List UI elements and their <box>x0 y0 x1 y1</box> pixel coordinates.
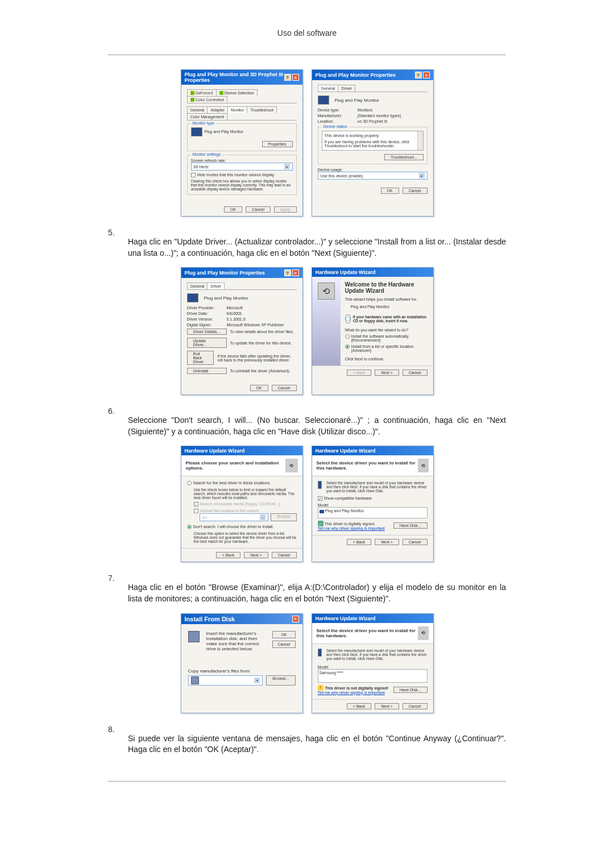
tab-device-selection[interactable]: Device Selection <box>216 89 258 96</box>
browse-button[interactable]: Browse <box>271 513 296 521</box>
apply-button[interactable]: Apply <box>274 206 297 213</box>
manufacturer-label: Manufacturer: <box>318 114 352 118</box>
install-auto-radio[interactable] <box>345 334 350 339</box>
step-5: 5. Haga clic en "Update Driver... (Actua… <box>108 228 506 267</box>
have-disk-button[interactable]: Have Disk... <box>393 687 428 693</box>
instruction-text: Select the manufacturer and model of you… <box>326 649 428 661</box>
cancel-button[interactable]: Cancel <box>403 539 428 545</box>
show-compat-checkbox[interactable]: ✓ <box>318 496 322 501</box>
floppy-icon <box>191 676 199 684</box>
next-button[interactable]: Next > <box>375 369 399 376</box>
tab-general[interactable]: General <box>187 283 208 289</box>
close-icon[interactable]: × <box>292 269 299 276</box>
signing-link[interactable]: Tell me why driver signing is important <box>318 526 385 530</box>
wizard-icon: ⟲ <box>418 459 429 472</box>
model-list[interactable]: Plug and Play Monitor <box>318 507 428 518</box>
tab-driver[interactable]: Driver <box>207 283 225 289</box>
signing-link[interactable]: Tell me why driver signing is important <box>318 691 389 695</box>
help-icon[interactable]: ? <box>284 269 291 276</box>
opt1-label: Search for the best driver in these loca… <box>193 481 271 485</box>
close-icon[interactable]: × <box>423 72 430 78</box>
tab-troubleshoot[interactable]: Troubleshoot <box>247 106 277 113</box>
search-best-radio[interactable] <box>187 481 192 485</box>
ok-button[interactable]: OK <box>224 206 242 213</box>
back-button[interactable]: < Back <box>347 703 372 709</box>
properties-button[interactable]: Properties <box>262 141 293 147</box>
group-title: Monitor type <box>191 121 217 125</box>
wiz-header: Select the device driver you want to ins… <box>317 460 418 471</box>
removable-checkbox[interactable]: ✓ <box>194 502 198 506</box>
chevron-down-icon: ▾ <box>419 173 425 178</box>
device-status-group: Device status This device is working pro… <box>318 127 428 164</box>
title-bar: Plug and Play Monitor Properties ? × <box>312 70 433 80</box>
ok-button[interactable]: OK <box>381 188 399 194</box>
model-list[interactable]: Samsung **** <box>318 669 428 683</box>
tab-general[interactable]: General <box>187 106 208 113</box>
footer-line <box>108 781 506 782</box>
chk2-label: Include this location in the search: <box>200 509 260 513</box>
have-disk-button[interactable]: Have Disk... <box>393 522 428 529</box>
troubleshoot-button[interactable]: Troubleshoot... <box>384 154 423 160</box>
tab-adapter[interactable]: Adapter <box>207 106 228 113</box>
help-icon[interactable]: ? <box>284 74 291 81</box>
step-text: Si puede ver la siguiente ventana de men… <box>128 733 506 755</box>
install-list-radio[interactable] <box>345 344 350 349</box>
tab-monitor[interactable]: Monitor <box>227 106 247 113</box>
cancel-button[interactable]: Cancel <box>403 188 428 194</box>
ok-button[interactable]: OK <box>250 385 268 391</box>
next-button[interactable]: Next > <box>375 539 399 545</box>
tab-general[interactable]: General <box>318 85 339 92</box>
cancel-button[interactable]: Cancel <box>403 703 428 709</box>
option1-label: Install the software automatically (Reco… <box>351 334 429 342</box>
copy-path-dropdown[interactable]: ▾ <box>188 675 263 686</box>
step-6: 6. Seleccione "Don't search, I will... (… <box>108 406 506 446</box>
ok-button[interactable]: OK <box>272 631 295 638</box>
cancel-button[interactable]: Cancel <box>246 206 271 213</box>
screenshot-row-3: Hardware Update Wizard Please choose you… <box>108 446 506 562</box>
close-icon[interactable]: × <box>292 616 299 622</box>
rollback-driver-button[interactable]: Roll Back Driver <box>187 351 214 365</box>
next-button[interactable]: Next > <box>244 552 268 558</box>
back-button[interactable]: < Back <box>347 539 372 545</box>
path-dropdown[interactable]: A:\▾ <box>200 513 269 521</box>
title-bar: Hardware Update Wizard <box>312 614 433 623</box>
cd-icon <box>345 314 351 323</box>
monitor-properties-dialog: Plug and Play Monitor and 3D Prophet III… <box>181 69 303 217</box>
title-bar: Hardware Update Wizard <box>181 446 302 455</box>
cancel-button[interactable]: Cancel <box>272 641 295 648</box>
hide-modes-checkbox[interactable] <box>191 173 196 177</box>
nvidia-icon <box>190 91 194 95</box>
uninstall-button[interactable]: Uninstall <box>187 368 227 374</box>
help-icon[interactable]: ? <box>415 72 422 78</box>
driver-details-button[interactable]: Driver Details... <box>187 329 227 335</box>
tab-color-correction[interactable]: Color Correction <box>187 96 228 103</box>
dialog-title: Plug and Play Monitor Properties <box>316 72 396 78</box>
back-button[interactable]: < Back <box>216 552 241 558</box>
step-8: 8. Si puede ver la siguiente ventana de … <box>108 725 506 764</box>
instruction-text: Insert the manufacturer's installation d… <box>206 631 268 651</box>
device-usage-dropdown[interactable]: Use this device (enable) ▾ <box>318 172 428 180</box>
helps-text: This wizard helps you install software f… <box>345 297 429 301</box>
screenshot-row-4: Install From Disk × Insert the manufactu… <box>108 613 506 713</box>
usage-label: Device usage: <box>318 168 428 172</box>
tab-driver[interactable]: Driver <box>338 85 355 92</box>
monitor-name: Plug and Play Monitor <box>205 130 243 134</box>
cancel-button[interactable]: Cancel <box>403 369 428 376</box>
signer-value: Microsoft Windows XP Publisher <box>227 323 284 327</box>
manufacturer-value: (Standard monitor types) <box>358 114 401 118</box>
tab-color-mgmt[interactable]: Color Management <box>187 113 228 120</box>
browse-button[interactable]: Browse... <box>266 675 295 686</box>
back-button[interactable]: < Back <box>347 369 372 376</box>
refresh-rate-dropdown[interactable]: 60 Hertz ▾ <box>191 163 293 171</box>
tab-geforce3[interactable]: GeForce3 <box>187 89 217 96</box>
cancel-button[interactable]: Cancel <box>272 385 297 391</box>
scrollbar[interactable] <box>417 131 423 150</box>
cancel-button[interactable]: Cancel <box>272 552 297 558</box>
close-icon[interactable]: × <box>292 74 299 81</box>
dont-search-radio[interactable] <box>187 525 192 529</box>
update-driver-button[interactable]: Update Driver... <box>187 338 227 348</box>
next-button[interactable]: Next > <box>375 703 399 709</box>
wizard-sidebar: ⟲ <box>312 277 341 366</box>
location-checkbox[interactable] <box>194 509 198 513</box>
step-text: Haga clic en "Update Driver... (Actualiz… <box>128 236 506 259</box>
